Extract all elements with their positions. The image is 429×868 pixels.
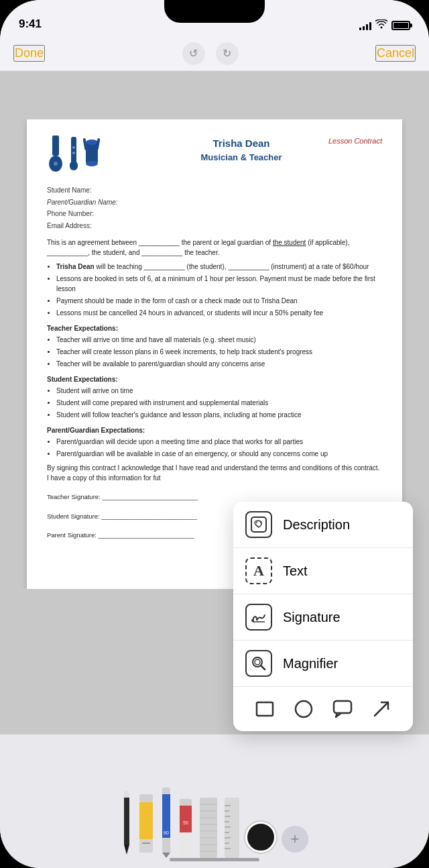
svg-text:80: 80 bbox=[164, 830, 169, 835]
svg-rect-4 bbox=[71, 137, 76, 164]
svg-rect-29 bbox=[139, 839, 153, 853]
undo-icon: ↺ bbox=[189, 47, 198, 60]
plus-icon[interactable]: + bbox=[282, 826, 308, 853]
svg-point-7 bbox=[72, 152, 75, 154]
pencil-tool[interactable] bbox=[121, 791, 133, 858]
svg-rect-0 bbox=[52, 135, 59, 156]
color-circle[interactable] bbox=[245, 822, 276, 853]
student-expectations: Student will arrive on time Student will… bbox=[56, 386, 382, 420]
svg-rect-37 bbox=[180, 806, 192, 832]
callout-shape[interactable] bbox=[330, 696, 355, 722]
svg-rect-20 bbox=[257, 702, 273, 716]
text-icon: A bbox=[245, 557, 272, 584]
undo-button[interactable]: ↺ bbox=[182, 42, 205, 65]
svg-point-18 bbox=[255, 659, 260, 665]
svg-point-9 bbox=[86, 140, 98, 145]
yellow-highlighter-tool[interactable] bbox=[138, 794, 154, 858]
teacher-expectations: Teacher will arrive on time and have all… bbox=[56, 335, 382, 369]
saxophone-icon bbox=[67, 135, 80, 172]
svg-rect-2 bbox=[54, 154, 57, 158]
parent-expectations: Parent/guardian will decide upon a meeti… bbox=[56, 437, 382, 459]
popup-magnifier-item[interactable]: Magnifier bbox=[233, 641, 413, 687]
parent-expectations-header: Parent/Guardian Expectations: bbox=[47, 425, 382, 435]
student-expectations-header: Student Expectations: bbox=[47, 374, 382, 384]
svg-point-15 bbox=[260, 522, 261, 523]
redo-icon: ↻ bbox=[223, 47, 231, 60]
rectangle-shape[interactable] bbox=[252, 696, 278, 722]
redo-button[interactable]: ↻ bbox=[216, 42, 239, 65]
popup-signature-item[interactable]: Signature bbox=[233, 594, 413, 641]
closing-text: By signing this contract I acknowledge t… bbox=[47, 463, 382, 483]
teacher-expectations-header: Teacher Expectations: bbox=[47, 323, 382, 333]
general-terms: Trisha Dean will be teaching ___________… bbox=[56, 262, 382, 318]
svg-rect-31 bbox=[162, 788, 170, 794]
teacher-subtitle: Musician & Teacher bbox=[101, 151, 382, 164]
svg-text:50: 50 bbox=[183, 820, 188, 825]
field-student-name: Student Name: bbox=[47, 185, 382, 196]
nav-bar: Done ↺ ↻ Cancel bbox=[0, 36, 429, 71]
wifi-icon bbox=[375, 19, 387, 31]
svg-rect-25 bbox=[124, 798, 129, 845]
blue-pen-tool[interactable]: 80 bbox=[160, 788, 173, 858]
field-guardian-name: Parent/Guardian Name: bbox=[47, 197, 382, 208]
magnifier-label: Magnifier bbox=[283, 656, 338, 671]
ruler-scale-tool[interactable] bbox=[224, 798, 240, 858]
doc-header: Trisha Dean Musician & Teacher Lesson Co… bbox=[47, 135, 382, 174]
doc-top-spacer bbox=[0, 71, 429, 119]
description-label: Description bbox=[283, 517, 350, 533]
term-1: Trisha Dean will be teaching ___________… bbox=[56, 262, 382, 272]
bottom-toolbar: 80 50 bbox=[0, 734, 429, 868]
svg-rect-13 bbox=[251, 517, 266, 532]
term-4: Lessons must be cancelled 24 hours in ad… bbox=[56, 308, 382, 318]
done-button[interactable]: Done bbox=[13, 45, 45, 62]
svg-line-23 bbox=[375, 702, 388, 716]
field-email: Email Address: bbox=[47, 221, 382, 231]
signature-icon bbox=[245, 604, 272, 631]
svg-rect-5 bbox=[70, 161, 78, 170]
popup-text-item[interactable]: A Text bbox=[233, 548, 413, 594]
svg-rect-22 bbox=[334, 701, 351, 713]
svg-point-21 bbox=[296, 701, 312, 717]
tools-row: 80 50 bbox=[0, 735, 429, 858]
svg-point-10 bbox=[86, 161, 98, 166]
doc-fields: Student Name: Parent/Guardian Name: Phon… bbox=[47, 185, 382, 231]
contract-label: Lesson Contract bbox=[328, 135, 382, 147]
popup-menu: Description A Text bbox=[233, 502, 413, 731]
svg-rect-27 bbox=[139, 794, 153, 802]
battery-icon bbox=[391, 21, 410, 30]
shapes-row bbox=[233, 687, 413, 731]
term-2: Lessons are booked in sets of 6, at a mi… bbox=[56, 274, 382, 294]
term-3: Payment should be made in the form of ca… bbox=[56, 296, 382, 306]
circle-shape[interactable] bbox=[291, 696, 316, 722]
doc-body: This is an agreement between ___________… bbox=[47, 237, 382, 483]
status-icons bbox=[359, 19, 410, 31]
guitar-icon bbox=[47, 135, 64, 172]
svg-rect-30 bbox=[142, 843, 150, 844]
notch bbox=[164, 0, 265, 23]
color-selector[interactable] bbox=[245, 822, 276, 855]
field-phone: Phone Number: bbox=[47, 209, 382, 219]
magnifier-icon bbox=[245, 650, 272, 677]
texture-tool[interactable] bbox=[198, 798, 219, 858]
signature-label: Signature bbox=[283, 610, 341, 625]
svg-line-19 bbox=[261, 665, 265, 669]
svg-point-14 bbox=[256, 522, 257, 523]
svg-point-6 bbox=[72, 146, 75, 149]
text-label: Text bbox=[283, 563, 308, 579]
svg-rect-36 bbox=[180, 799, 192, 806]
description-icon bbox=[245, 511, 272, 538]
svg-rect-28 bbox=[139, 802, 153, 839]
cancel-button[interactable]: Cancel bbox=[375, 45, 416, 62]
add-tool-button[interactable]: + bbox=[282, 826, 308, 855]
eraser-tool[interactable]: 50 bbox=[178, 799, 193, 858]
arrow-shape[interactable] bbox=[369, 696, 394, 722]
svg-marker-35 bbox=[162, 853, 170, 858]
svg-rect-34 bbox=[162, 838, 170, 853]
instruments-logo bbox=[47, 135, 101, 172]
svg-rect-24 bbox=[124, 791, 129, 798]
popup-description-item[interactable]: Description bbox=[233, 502, 413, 548]
nav-actions: ↺ ↻ bbox=[182, 42, 239, 65]
svg-rect-8 bbox=[86, 142, 98, 164]
svg-rect-40 bbox=[200, 798, 217, 858]
status-time: 9:41 bbox=[19, 17, 42, 31]
